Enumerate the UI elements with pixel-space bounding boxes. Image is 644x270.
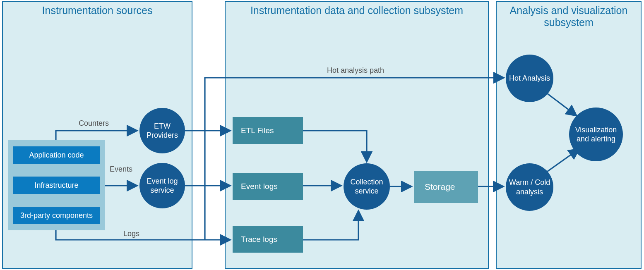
node-event-logs: Event logs xyxy=(233,173,303,200)
node-trace-logs: Trace logs xyxy=(233,226,303,253)
node-etl-files: ETL Files xyxy=(233,117,303,144)
subsystem-title-analysis: Analysis and visualization subsystem xyxy=(497,2,641,29)
edge-label-counters: Counters xyxy=(79,119,109,128)
node-etw-providers: ETW Providers xyxy=(139,108,185,153)
node-collection-service: Collection service xyxy=(344,163,390,210)
source-application-code: Application code xyxy=(13,146,100,164)
node-warm-cold-analysis: Warm / Cold analysis xyxy=(506,163,553,211)
node-visualization-alerting: Visualization and alerting xyxy=(569,108,623,161)
subsystem-title-sources: Instrumentation sources xyxy=(3,2,192,17)
node-storage: Storage xyxy=(414,171,478,203)
subsystem-title-collection: Instrumentation data and collection subs… xyxy=(226,2,488,17)
source-3rd-party: 3rd-party components xyxy=(13,207,100,224)
edge-label-events: Events xyxy=(110,165,132,174)
architecture-diagram: Instrumentation sources Instrumentation … xyxy=(0,0,644,270)
node-event-log-service: Event log service xyxy=(139,163,185,208)
node-hot-analysis: Hot Analysis xyxy=(506,55,553,102)
source-infrastructure: Infrastructure xyxy=(13,177,100,194)
edge-label-hot-path: Hot analysis path xyxy=(327,66,384,75)
edge-label-logs: Logs xyxy=(123,229,139,238)
